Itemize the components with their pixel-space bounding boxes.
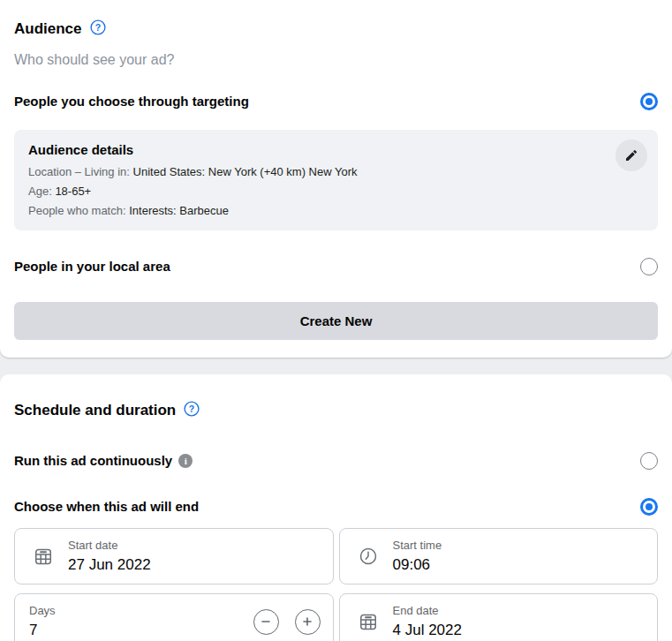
days-text: Days 7: [29, 604, 253, 639]
detail-row-age: Age: 18-65+: [28, 182, 644, 201]
calendar-icon: [33, 546, 54, 567]
pencil-icon: [624, 148, 638, 162]
edit-audience-button[interactable]: [615, 140, 647, 171]
detail-row-match: People who match: Interests: Barbecue: [28, 201, 644, 221]
end-date-text: End date 4 Jul 2022: [393, 604, 646, 639]
option-local-area-label: People in your local area: [14, 258, 170, 275]
radio-targeting-selected[interactable]: [640, 93, 658, 110]
audience-details-rows: Location – Living in: United States: New…: [28, 162, 644, 221]
days-value: 7: [29, 621, 253, 639]
start-time-text: Start time 09:06: [393, 539, 646, 574]
start-time-value: 09:06: [393, 555, 646, 574]
end-date-label: End date: [393, 604, 646, 618]
option-targeting-label: People you choose through targeting: [14, 93, 249, 110]
days-steppers: [253, 609, 321, 635]
option-targeting[interactable]: People you choose through targeting: [14, 93, 658, 110]
clock-icon: [358, 546, 379, 567]
option-run-continuously[interactable]: Run this ad continuously i: [14, 452, 658, 470]
start-date-value: 27 Jun 2022: [68, 555, 321, 574]
audience-subtitle: Who should see your ad?: [14, 51, 658, 69]
run-continuously-text: Run this ad continuously: [14, 452, 172, 470]
radio-choose-end-selected[interactable]: [640, 498, 658, 516]
start-time-label: Start time: [393, 539, 646, 553]
audience-header: Audience ?: [14, 19, 658, 39]
start-date-text: Start date 27 Jun 2022: [68, 539, 321, 574]
decrement-days-button[interactable]: [253, 609, 279, 635]
days-label: Days: [29, 604, 253, 618]
schedule-title: Schedule and duration: [14, 402, 176, 419]
schedule-section: Schedule and duration ? Run this ad cont…: [0, 374, 672, 641]
start-time-field[interactable]: Start time 09:06: [339, 528, 659, 584]
option-choose-end[interactable]: Choose when this ad will end: [14, 498, 658, 516]
option-run-continuously-label: Run this ad continuously i: [14, 452, 193, 470]
start-date-label: Start date: [68, 539, 321, 553]
create-new-button[interactable]: Create New: [14, 302, 658, 340]
help-icon[interactable]: ?: [184, 401, 200, 420]
detail-location-value: United States: New York (+40 km) New Yor…: [133, 165, 358, 178]
detail-match-label: People who match:: [28, 204, 126, 217]
detail-row-location: Location – Living in: United States: New…: [28, 162, 644, 182]
end-date-field[interactable]: End date 4 Jul 2022: [339, 593, 659, 641]
radio-run-continuously-unselected[interactable]: [640, 452, 658, 470]
radio-local-area-unselected[interactable]: [640, 258, 658, 275]
option-choose-end-label: Choose when this ad will end: [14, 498, 199, 516]
detail-age-value: 18-65+: [55, 185, 91, 198]
increment-days-button[interactable]: [295, 609, 321, 635]
minus-icon: [260, 615, 272, 628]
info-icon[interactable]: i: [178, 454, 193, 468]
svg-text:?: ?: [189, 403, 194, 414]
detail-location-label: Location – Living in:: [28, 165, 130, 178]
start-date-field[interactable]: Start date 27 Jun 2022: [14, 528, 334, 584]
plus-icon: [301, 615, 313, 628]
option-local-area[interactable]: People in your local area: [14, 258, 658, 275]
detail-match-value: Interests: Barbecue: [129, 204, 229, 217]
detail-age-label: Age:: [28, 185, 52, 198]
help-icon[interactable]: ?: [90, 19, 106, 39]
schedule-header: Schedule and duration ?: [14, 401, 658, 420]
audience-section: Audience ? Who should see your ad? Peopl…: [0, 0, 672, 358]
audience-title: Audience: [14, 20, 82, 38]
audience-details-card: Audience details Location – Living in: U…: [14, 130, 658, 230]
audience-details-title: Audience details: [28, 141, 644, 158]
schedule-fields: Start date 27 Jun 2022 Start time 09:06 …: [14, 528, 658, 641]
calendar-icon: [358, 611, 379, 632]
days-field[interactable]: Days 7: [14, 593, 334, 641]
end-date-value: 4 Jul 2022: [393, 621, 646, 639]
svg-text:?: ?: [94, 22, 100, 33]
